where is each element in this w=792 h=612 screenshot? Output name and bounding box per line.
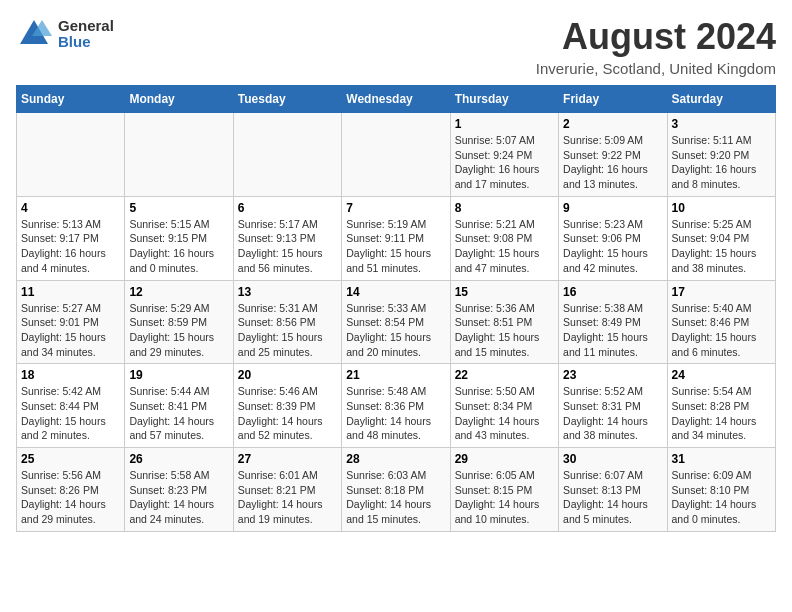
day-info-16: Sunrise: 5:38 AM Sunset: 8:49 PM Dayligh… — [563, 301, 662, 360]
day-number-2: 2 — [563, 117, 662, 131]
day-number-20: 20 — [238, 368, 337, 382]
day-info-14: Sunrise: 5:33 AM Sunset: 8:54 PM Dayligh… — [346, 301, 445, 360]
day-info-22: Sunrise: 5:50 AM Sunset: 8:34 PM Dayligh… — [455, 384, 554, 443]
day-number-14: 14 — [346, 285, 445, 299]
day-number-28: 28 — [346, 452, 445, 466]
cell-w2-d7: 10Sunrise: 5:25 AM Sunset: 9:04 PM Dayli… — [667, 196, 775, 280]
cell-w5-d7: 31Sunrise: 6:09 AM Sunset: 8:10 PM Dayli… — [667, 448, 775, 532]
day-number-10: 10 — [672, 201, 771, 215]
day-info-31: Sunrise: 6:09 AM Sunset: 8:10 PM Dayligh… — [672, 468, 771, 527]
cell-w1-d5: 1Sunrise: 5:07 AM Sunset: 9:24 PM Daylig… — [450, 113, 558, 197]
day-number-18: 18 — [21, 368, 120, 382]
week-row-5: 25Sunrise: 5:56 AM Sunset: 8:26 PM Dayli… — [17, 448, 776, 532]
cell-w5-d1: 25Sunrise: 5:56 AM Sunset: 8:26 PM Dayli… — [17, 448, 125, 532]
cell-w3-d5: 15Sunrise: 5:36 AM Sunset: 8:51 PM Dayli… — [450, 280, 558, 364]
day-number-19: 19 — [129, 368, 228, 382]
week-row-4: 18Sunrise: 5:42 AM Sunset: 8:44 PM Dayli… — [17, 364, 776, 448]
day-number-30: 30 — [563, 452, 662, 466]
day-number-25: 25 — [21, 452, 120, 466]
subtitle: Inverurie, Scotland, United Kingdom — [536, 60, 776, 77]
week-row-2: 4Sunrise: 5:13 AM Sunset: 9:17 PM Daylig… — [17, 196, 776, 280]
cell-w3-d4: 14Sunrise: 5:33 AM Sunset: 8:54 PM Dayli… — [342, 280, 450, 364]
cell-w3-d2: 12Sunrise: 5:29 AM Sunset: 8:59 PM Dayli… — [125, 280, 233, 364]
day-number-31: 31 — [672, 452, 771, 466]
day-info-8: Sunrise: 5:21 AM Sunset: 9:08 PM Dayligh… — [455, 217, 554, 276]
day-info-27: Sunrise: 6:01 AM Sunset: 8:21 PM Dayligh… — [238, 468, 337, 527]
day-info-2: Sunrise: 5:09 AM Sunset: 9:22 PM Dayligh… — [563, 133, 662, 192]
cell-w5-d2: 26Sunrise: 5:58 AM Sunset: 8:23 PM Dayli… — [125, 448, 233, 532]
day-number-29: 29 — [455, 452, 554, 466]
day-info-9: Sunrise: 5:23 AM Sunset: 9:06 PM Dayligh… — [563, 217, 662, 276]
day-info-25: Sunrise: 5:56 AM Sunset: 8:26 PM Dayligh… — [21, 468, 120, 527]
day-info-17: Sunrise: 5:40 AM Sunset: 8:46 PM Dayligh… — [672, 301, 771, 360]
day-number-7: 7 — [346, 201, 445, 215]
week-row-1: 1Sunrise: 5:07 AM Sunset: 9:24 PM Daylig… — [17, 113, 776, 197]
cell-w1-d6: 2Sunrise: 5:09 AM Sunset: 9:22 PM Daylig… — [559, 113, 667, 197]
day-number-15: 15 — [455, 285, 554, 299]
day-info-1: Sunrise: 5:07 AM Sunset: 9:24 PM Dayligh… — [455, 133, 554, 192]
day-info-3: Sunrise: 5:11 AM Sunset: 9:20 PM Dayligh… — [672, 133, 771, 192]
day-info-28: Sunrise: 6:03 AM Sunset: 8:18 PM Dayligh… — [346, 468, 445, 527]
day-number-17: 17 — [672, 285, 771, 299]
day-info-15: Sunrise: 5:36 AM Sunset: 8:51 PM Dayligh… — [455, 301, 554, 360]
calendar-table: SundayMondayTuesdayWednesdayThursdayFrid… — [16, 85, 776, 532]
cell-w3-d1: 11Sunrise: 5:27 AM Sunset: 9:01 PM Dayli… — [17, 280, 125, 364]
cell-w1-d4 — [342, 113, 450, 197]
header-saturday: Saturday — [667, 86, 775, 113]
header: General Blue August 2024 Inverurie, Scot… — [16, 16, 776, 77]
day-number-5: 5 — [129, 201, 228, 215]
cell-w4-d6: 23Sunrise: 5:52 AM Sunset: 8:31 PM Dayli… — [559, 364, 667, 448]
day-info-4: Sunrise: 5:13 AM Sunset: 9:17 PM Dayligh… — [21, 217, 120, 276]
day-info-13: Sunrise: 5:31 AM Sunset: 8:56 PM Dayligh… — [238, 301, 337, 360]
day-number-26: 26 — [129, 452, 228, 466]
header-row: SundayMondayTuesdayWednesdayThursdayFrid… — [17, 86, 776, 113]
cell-w1-d7: 3Sunrise: 5:11 AM Sunset: 9:20 PM Daylig… — [667, 113, 775, 197]
logo: General Blue — [16, 16, 114, 52]
day-info-29: Sunrise: 6:05 AM Sunset: 8:15 PM Dayligh… — [455, 468, 554, 527]
cell-w1-d3 — [233, 113, 341, 197]
cell-w4-d4: 21Sunrise: 5:48 AM Sunset: 8:36 PM Dayli… — [342, 364, 450, 448]
cell-w2-d4: 7Sunrise: 5:19 AM Sunset: 9:11 PM Daylig… — [342, 196, 450, 280]
day-info-6: Sunrise: 5:17 AM Sunset: 9:13 PM Dayligh… — [238, 217, 337, 276]
calendar-header: SundayMondayTuesdayWednesdayThursdayFrid… — [17, 86, 776, 113]
day-info-11: Sunrise: 5:27 AM Sunset: 9:01 PM Dayligh… — [21, 301, 120, 360]
cell-w4-d5: 22Sunrise: 5:50 AM Sunset: 8:34 PM Dayli… — [450, 364, 558, 448]
main-title: August 2024 — [536, 16, 776, 58]
day-number-6: 6 — [238, 201, 337, 215]
day-number-24: 24 — [672, 368, 771, 382]
cell-w3-d3: 13Sunrise: 5:31 AM Sunset: 8:56 PM Dayli… — [233, 280, 341, 364]
header-friday: Friday — [559, 86, 667, 113]
week-row-3: 11Sunrise: 5:27 AM Sunset: 9:01 PM Dayli… — [17, 280, 776, 364]
cell-w2-d3: 6Sunrise: 5:17 AM Sunset: 9:13 PM Daylig… — [233, 196, 341, 280]
day-info-26: Sunrise: 5:58 AM Sunset: 8:23 PM Dayligh… — [129, 468, 228, 527]
day-number-21: 21 — [346, 368, 445, 382]
cell-w4-d3: 20Sunrise: 5:46 AM Sunset: 8:39 PM Dayli… — [233, 364, 341, 448]
header-monday: Monday — [125, 86, 233, 113]
cell-w2-d5: 8Sunrise: 5:21 AM Sunset: 9:08 PM Daylig… — [450, 196, 558, 280]
cell-w4-d2: 19Sunrise: 5:44 AM Sunset: 8:41 PM Dayli… — [125, 364, 233, 448]
cell-w2-d1: 4Sunrise: 5:13 AM Sunset: 9:17 PM Daylig… — [17, 196, 125, 280]
cell-w1-d2 — [125, 113, 233, 197]
cell-w5-d3: 27Sunrise: 6:01 AM Sunset: 8:21 PM Dayli… — [233, 448, 341, 532]
day-info-12: Sunrise: 5:29 AM Sunset: 8:59 PM Dayligh… — [129, 301, 228, 360]
cell-w5-d5: 29Sunrise: 6:05 AM Sunset: 8:15 PM Dayli… — [450, 448, 558, 532]
header-tuesday: Tuesday — [233, 86, 341, 113]
cell-w4-d7: 24Sunrise: 5:54 AM Sunset: 8:28 PM Dayli… — [667, 364, 775, 448]
header-wednesday: Wednesday — [342, 86, 450, 113]
day-number-1: 1 — [455, 117, 554, 131]
header-sunday: Sunday — [17, 86, 125, 113]
header-thursday: Thursday — [450, 86, 558, 113]
cell-w3-d6: 16Sunrise: 5:38 AM Sunset: 8:49 PM Dayli… — [559, 280, 667, 364]
day-info-20: Sunrise: 5:46 AM Sunset: 8:39 PM Dayligh… — [238, 384, 337, 443]
day-number-11: 11 — [21, 285, 120, 299]
cell-w3-d7: 17Sunrise: 5:40 AM Sunset: 8:46 PM Dayli… — [667, 280, 775, 364]
calendar-body: 1Sunrise: 5:07 AM Sunset: 9:24 PM Daylig… — [17, 113, 776, 532]
day-info-21: Sunrise: 5:48 AM Sunset: 8:36 PM Dayligh… — [346, 384, 445, 443]
day-number-9: 9 — [563, 201, 662, 215]
cell-w5-d6: 30Sunrise: 6:07 AM Sunset: 8:13 PM Dayli… — [559, 448, 667, 532]
day-info-7: Sunrise: 5:19 AM Sunset: 9:11 PM Dayligh… — [346, 217, 445, 276]
day-info-5: Sunrise: 5:15 AM Sunset: 9:15 PM Dayligh… — [129, 217, 228, 276]
day-number-3: 3 — [672, 117, 771, 131]
day-number-23: 23 — [563, 368, 662, 382]
cell-w5-d4: 28Sunrise: 6:03 AM Sunset: 8:18 PM Dayli… — [342, 448, 450, 532]
